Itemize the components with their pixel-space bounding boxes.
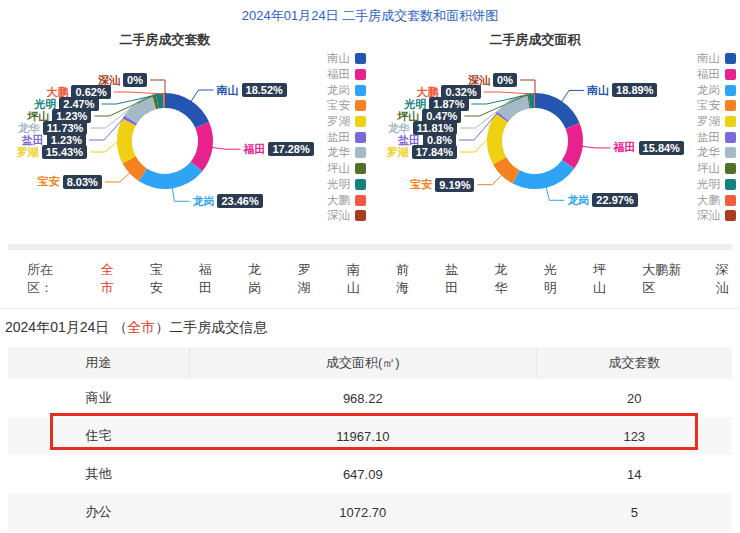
legend-item-光明[interactable]: 光明 — [316, 177, 366, 193]
legend-label: 大鹏 — [316, 193, 350, 208]
table-cell: 其他 — [8, 455, 189, 493]
pie-label-line — [484, 92, 535, 94]
legend-label: 南山 — [686, 51, 720, 66]
filter-option-龙华[interactable]: 龙华 — [495, 261, 519, 297]
filter-option-罗湖[interactable]: 罗湖 — [298, 261, 322, 297]
legend-swatch-icon — [725, 116, 736, 127]
legend-item-龙岗[interactable]: 龙岗 — [316, 82, 366, 98]
table-cell: 14 — [537, 455, 732, 493]
legend-swatch-icon — [725, 85, 736, 96]
filter-option-光明[interactable]: 光明 — [544, 261, 568, 297]
pie-slice-福田[interactable] — [191, 122, 213, 171]
legend-label: 南山 — [316, 51, 350, 66]
legend-item-福田[interactable]: 福田 — [316, 67, 366, 83]
legend-label: 深汕 — [686, 208, 720, 223]
legend-label: 宝安 — [316, 98, 350, 113]
filter-option-龙岗[interactable]: 龙岗 — [248, 261, 272, 297]
pie-label-value: 18.52% — [242, 83, 287, 97]
legend-label: 福田 — [686, 67, 720, 82]
legend-label: 坪山 — [316, 161, 350, 176]
usage-table: 用途成交面积(㎡)成交套数 商业968.2220住宅11967.10123其他6… — [8, 347, 732, 533]
legend-label: 龙华 — [316, 145, 350, 160]
legend-label: 龙华 — [686, 145, 720, 160]
filter-option-福田[interactable]: 福田 — [199, 261, 223, 297]
legend-swatch-icon — [355, 147, 366, 158]
legend-item-龙岗[interactable]: 龙岗 — [686, 82, 736, 98]
pie-slice-南山[interactable] — [535, 93, 580, 129]
legend-swatch-icon — [725, 69, 736, 80]
table-cell: 20 — [537, 379, 732, 417]
pie-label-南山: 南山18.89% — [587, 81, 657, 99]
legend-item-福田[interactable]: 福田 — [686, 67, 736, 83]
legend-label: 宝安 — [686, 98, 720, 113]
pie-slice-福田[interactable] — [562, 123, 583, 169]
table-row-商业: 商业968.2220 — [8, 379, 732, 417]
pie-label-南山: 南山18.52% — [217, 81, 287, 99]
pie-slice-龙岗[interactable] — [139, 162, 203, 189]
info-scope: 全市 — [127, 319, 155, 335]
pie-slice-南山[interactable] — [165, 93, 209, 128]
info-suffix: 二手房成交信息 — [169, 319, 267, 335]
pie-slice-龙岗[interactable] — [513, 160, 575, 189]
legend-item-龙华[interactable]: 龙华 — [686, 145, 736, 161]
legend-item-深汕[interactable]: 深汕 — [686, 208, 736, 224]
legend-item-坪山[interactable]: 坪山 — [316, 161, 366, 177]
table-cell: 647.09 — [189, 455, 537, 493]
legend-item-盐田[interactable]: 盐田 — [686, 129, 736, 145]
pie-label-value: 23.46% — [217, 194, 262, 208]
filter-option-宝安[interactable]: 宝安 — [150, 261, 174, 297]
filter-option-盐田[interactable]: 盐田 — [445, 261, 469, 297]
legend-item-龙华[interactable]: 龙华 — [316, 145, 366, 161]
legend-swatch-icon — [725, 210, 736, 221]
legend-item-盐田[interactable]: 盐田 — [316, 129, 366, 145]
filter-option-全市[interactable]: 全市 — [101, 261, 125, 297]
info-paren-open: （ — [113, 319, 127, 335]
table-cell: 商业 — [8, 379, 189, 417]
pie-label-name: 宝安 — [410, 177, 432, 192]
legend-swatch-icon — [725, 100, 736, 111]
legend-item-大鹏[interactable]: 大鹏 — [686, 192, 736, 208]
pie-slice-罗湖[interactable] — [117, 119, 136, 164]
pie-label-龙岗: 龙岗23.46% — [192, 192, 262, 210]
pie-label-line — [172, 187, 189, 201]
legend-item-罗湖[interactable]: 罗湖 — [686, 114, 736, 130]
legend-swatch-icon — [725, 132, 736, 143]
legend-item-光明[interactable]: 光明 — [686, 177, 736, 193]
table-cell: 123 — [537, 417, 732, 455]
legend-item-宝安[interactable]: 宝安 — [686, 98, 736, 114]
legend-swatch-icon — [355, 85, 366, 96]
legend-swatch-icon — [355, 69, 366, 80]
table-cell: 1072.70 — [189, 493, 537, 531]
pie-label-name: 罗湖 — [17, 145, 39, 160]
district-filter: 所在区： 全市宝安福田龙岗罗湖南山前海盐田龙华光明坪山大鹏新区深汕 — [0, 250, 740, 309]
table-row-办公: 办公1072.705 — [8, 493, 732, 531]
legend-label: 大鹏 — [686, 193, 720, 208]
table-row-其他: 其他647.0914 — [8, 455, 732, 493]
legend-item-南山[interactable]: 南山 — [686, 51, 736, 67]
filter-option-前海[interactable]: 前海 — [396, 261, 420, 297]
legend-item-罗湖[interactable]: 罗湖 — [316, 114, 366, 130]
pie-label-宝安: 宝安9.19% — [410, 176, 474, 194]
pie-label-line — [212, 147, 241, 149]
legend-label: 罗湖 — [316, 114, 350, 129]
chart-legend: 南山福田龙岗宝安罗湖盐田龙华坪山光明大鹏深汕 — [686, 51, 736, 224]
filter-option-坪山[interactable]: 坪山 — [593, 261, 617, 297]
legend-item-大鹏[interactable]: 大鹏 — [316, 192, 366, 208]
pie-label-name: 罗湖 — [387, 145, 409, 160]
pie-label-value: 18.89% — [612, 83, 657, 97]
page-title[interactable]: 2024年01月24日 二手房成交套数和面积饼图 — [0, 0, 740, 25]
legend-item-坪山[interactable]: 坪山 — [686, 161, 736, 177]
chart-panel-counts: 二手房成交套数 南山福田龙岗宝安罗湖盐田龙华坪山光明大鹏深汕 深汕0%大鹏0.6… — [0, 31, 370, 241]
table-header-cell: 用途 — [8, 347, 189, 379]
legend-item-南山[interactable]: 南山 — [316, 51, 366, 67]
info-heading: 2024年01月24日 （全市）二手房成交信息 — [5, 319, 740, 339]
pie-label-line — [90, 141, 118, 152]
pie-label-罗湖: 罗湖15.43% — [17, 143, 87, 161]
filter-option-南山[interactable]: 南山 — [347, 261, 371, 297]
filter-option-深汕[interactable]: 深汕 — [716, 261, 740, 297]
legend-item-深汕[interactable]: 深汕 — [316, 208, 366, 224]
table-cell: 办公 — [8, 493, 189, 531]
legend-item-宝安[interactable]: 宝安 — [316, 98, 366, 114]
info-paren-close: ） — [155, 319, 169, 335]
filter-option-大鹏新区[interactable]: 大鹏新区 — [642, 261, 691, 297]
